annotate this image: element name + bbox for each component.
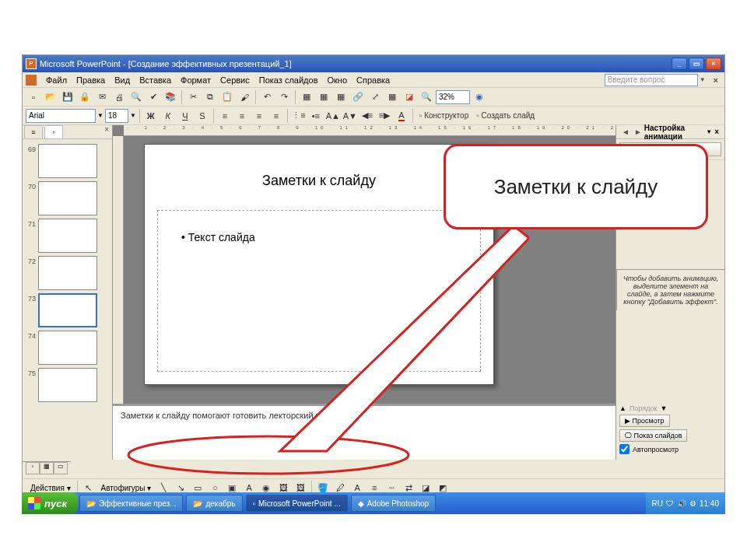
close-button[interactable]: × (706, 58, 721, 70)
autoshapes-menu[interactable]: Автофигуры ▾ (98, 484, 155, 492)
underline-icon[interactable]: Ч (177, 108, 193, 124)
taskbar-item-3[interactable]: ▫ Microsoft PowerPoint ... (246, 495, 348, 512)
autopreview-checkbox[interactable] (619, 444, 630, 454)
print-icon[interactable]: 🖨 (111, 89, 127, 105)
menu-slideshow[interactable]: Показ слайдов (254, 74, 323, 86)
notes-pane[interactable]: Заметки к слайду помогают готовить лекто… (113, 404, 615, 460)
decrease-font-icon[interactable]: A▼ (342, 108, 358, 124)
menu-window[interactable]: Окно (323, 74, 352, 86)
taskbar-item-1[interactable]: 📂 Эффективные през... (79, 495, 183, 512)
table-icon[interactable]: ▦ (316, 89, 331, 105)
preview-icon[interactable]: 🔍 (128, 89, 144, 105)
email-icon[interactable]: ✉ (94, 89, 110, 105)
undo-icon[interactable]: ↶ (259, 89, 275, 105)
tray-icon-2[interactable]: 🔊 (677, 499, 686, 508)
color-icon[interactable]: ◪ (402, 89, 417, 105)
paste-icon[interactable]: 📋 (219, 89, 235, 105)
chart-icon[interactable]: ▦ (299, 89, 314, 105)
research-icon[interactable]: 📚 (163, 89, 178, 105)
permission-icon[interactable]: 🔒 (77, 89, 93, 105)
tables-borders-icon[interactable]: ▦ (333, 89, 349, 105)
dropdown-arrow-icon[interactable]: ▼ (698, 76, 707, 83)
expand-icon[interactable]: ⤢ (367, 89, 383, 105)
slide-thumbnail[interactable] (38, 331, 97, 365)
grid-icon[interactable]: ▦ (384, 89, 400, 105)
save-icon[interactable]: 💾 (60, 89, 75, 105)
maximize-button[interactable]: ▭ (689, 58, 704, 70)
system-tray[interactable]: RU 🛡 🔊 ⚙ 11:40 (646, 492, 725, 514)
open-icon[interactable]: 📂 (43, 89, 58, 105)
slide-thumbnail[interactable] (38, 144, 97, 178)
help-icon[interactable]: ◉ (472, 89, 487, 105)
bold-icon[interactable]: Ж (143, 108, 159, 124)
redo-icon[interactable]: ↷ (276, 89, 292, 105)
slides-tab[interactable]: ▫ (44, 125, 63, 138)
tp-fwd-icon[interactable]: ► (632, 128, 644, 136)
slide-thumbnail[interactable] (38, 368, 97, 402)
taskbar-item-4[interactable]: ◆ Adobe Photoshop (351, 495, 437, 512)
spell-icon[interactable]: ✔ (146, 89, 161, 105)
new-icon[interactable]: ▫ (26, 89, 41, 105)
align-center-icon[interactable]: ≡ (234, 108, 250, 124)
tray-icon-1[interactable]: 🛡 (666, 499, 674, 508)
menu-edit[interactable]: Правка (72, 74, 110, 86)
menu-view[interactable]: Вид (110, 74, 135, 86)
slide-bullet-text[interactable]: Текст слайда (188, 231, 255, 243)
slideshow-button[interactable]: 🖵 Показ слайдов (619, 429, 687, 442)
copy-icon[interactable]: ⧉ (202, 89, 218, 105)
normal-view-icon[interactable]: ▫ (26, 462, 40, 474)
slide-thumbnail[interactable] (38, 256, 97, 290)
designer-button[interactable]: ▫ Конструктор (416, 110, 472, 121)
menu-help[interactable]: Справка (352, 74, 395, 86)
notes-text[interactable]: Заметки к слайду помогают готовить лекто… (121, 411, 336, 420)
taskbar-item-2[interactable]: 📂 декабрь (186, 495, 242, 512)
tray-lang[interactable]: RU (652, 499, 663, 508)
slide-canvas[interactable]: Заметки к слайду • Текст слайда (144, 144, 494, 385)
hyperlink-icon[interactable]: 🔗 (350, 89, 366, 105)
align-right-icon[interactable]: ≡ (251, 108, 267, 124)
increase-font-icon[interactable]: A▲ (325, 108, 341, 124)
panel-close-icon[interactable]: × (101, 125, 112, 138)
increase-indent-icon[interactable]: ≡▶ (377, 108, 392, 124)
actions-menu[interactable]: Действия ▾ (27, 484, 74, 492)
font-color-icon[interactable]: A (394, 108, 409, 124)
new-slide-button[interactable]: ▫ Создать слайд (473, 110, 538, 121)
slideshow-view-icon[interactable]: ▭ (54, 462, 68, 474)
numbering-icon[interactable]: ⋮≡ (291, 108, 307, 124)
zoom-input[interactable] (436, 90, 470, 104)
start-button[interactable]: пуск (22, 492, 78, 514)
font-size-input[interactable] (105, 109, 128, 123)
bullets-icon[interactable]: •≡ (308, 108, 324, 124)
format-painter-icon[interactable]: 🖌 (237, 89, 252, 105)
menu-format[interactable]: Формат (176, 74, 216, 86)
help-question-box[interactable]: Введите вопрос (605, 74, 698, 86)
shadow-icon[interactable]: S (195, 108, 210, 124)
slide-body-placeholder[interactable]: • Текст слайда (157, 210, 481, 372)
align-left-icon[interactable]: ≡ (217, 108, 233, 124)
doc-close-button[interactable]: × (710, 75, 721, 85)
zoom-fit-icon[interactable]: 🔍 (419, 89, 434, 105)
tray-icon-3[interactable]: ⚙ (689, 499, 696, 508)
reorder-down-icon[interactable]: ▼ (660, 404, 667, 412)
decrease-indent-icon[interactable]: ◀≡ (359, 108, 375, 124)
slide-thumbnail[interactable] (38, 219, 97, 253)
italic-icon[interactable]: К (160, 108, 176, 124)
tp-back-icon[interactable]: ◄ (619, 128, 632, 136)
slide-title-placeholder[interactable]: Заметки к слайду (145, 145, 493, 189)
outline-tab[interactable]: ≡ (24, 125, 43, 138)
preview-button[interactable]: ▶ Просмотр (619, 415, 670, 427)
tp-menu-icon[interactable]: ▼ (706, 128, 712, 135)
menu-tools[interactable]: Сервис (216, 74, 254, 86)
slide-thumbnail[interactable] (38, 293, 97, 327)
distribute-icon[interactable]: ≡ (268, 108, 284, 124)
cut-icon[interactable]: ✂ (185, 89, 201, 105)
reorder-up-icon[interactable]: ▲ (619, 404, 626, 412)
slide-thumbnail[interactable] (38, 181, 97, 215)
doc-control-icon[interactable] (26, 75, 37, 86)
minimize-button[interactable]: _ (672, 58, 687, 70)
font-name-input[interactable] (26, 109, 96, 123)
sorter-view-icon[interactable]: ▦ (40, 462, 54, 474)
tp-close-icon[interactable]: × (712, 128, 721, 136)
menu-insert[interactable]: Вставка (135, 74, 176, 86)
menu-file[interactable]: Файл (41, 74, 72, 86)
